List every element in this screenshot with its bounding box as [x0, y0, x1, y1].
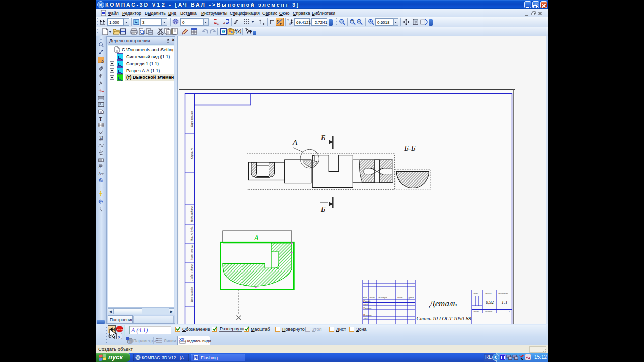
svg-text:Пров.: Пров. — [363, 303, 369, 306]
svg-text:Сталь 10 ГОСТ 1050-88: Сталь 10 ГОСТ 1050-88 — [416, 316, 471, 321]
svg-text:Т.контр.: Т.контр. — [363, 307, 372, 309]
svg-text:Взам. инв. №: Взам. инв. № — [190, 245, 193, 260]
svg-text:Листов: Листов — [484, 310, 492, 313]
svg-text:Подп.: Подп. — [397, 296, 403, 299]
svg-text:Лит.: Лит. — [473, 292, 478, 295]
svg-text:Б: Б — [320, 134, 325, 142]
svg-text:Масштаб: Масштаб — [498, 292, 508, 295]
svg-text:Инв. № дубл.: Инв. № дубл. — [190, 226, 193, 242]
svg-text:STOP: STOP — [117, 328, 123, 331]
svg-text:Утв.: Утв. — [363, 317, 368, 320]
svg-text:Y: Y — [287, 19, 289, 22]
svg-text:Лист: Лист — [473, 310, 479, 313]
svg-text:Инв. № подл.: Инв. № подл. — [190, 287, 193, 302]
svg-text:№ докум.: № докум. — [378, 296, 387, 299]
svg-text:Б-Б: Б-Б — [404, 144, 416, 152]
svg-text:T: T — [99, 117, 102, 122]
svg-text:Дата: Дата — [408, 296, 414, 299]
svg-text:п: п — [128, 339, 130, 344]
svg-text:Деталь: Деталь — [429, 299, 457, 308]
svg-text:A: A — [99, 165, 101, 168]
svg-text:A: A — [100, 137, 102, 140]
svg-text:А: А — [254, 234, 259, 242]
svg-text:Масса: Масса — [485, 292, 492, 295]
svg-text:?: ? — [118, 335, 120, 340]
svg-text:Перв. примен.: Перв. примен. — [190, 111, 193, 128]
svg-text:Подп. и дата: Подп. и дата — [190, 206, 193, 223]
svg-text:x: x — [289, 22, 291, 25]
svg-text:А: А — [292, 138, 298, 146]
svg-text:Разраб.: Разраб. — [363, 300, 371, 302]
svg-text:?: ? — [249, 29, 252, 35]
svg-text:Изм.: Изм. — [363, 296, 368, 299]
svg-text:Справ. №: Справ. № — [190, 148, 193, 159]
svg-text:0,92: 0,92 — [486, 300, 494, 305]
svg-text:1:1: 1:1 — [502, 300, 508, 305]
svg-text:Подп. и дата: Подп. и дата — [190, 264, 193, 281]
svg-text:1: 1 — [509, 310, 510, 313]
svg-text:A: A — [99, 172, 101, 175]
svg-text:Лист: Лист — [369, 296, 375, 299]
svg-text:Н.контр.: Н.контр. — [363, 314, 372, 316]
svg-text:Б: Б — [320, 206, 325, 213]
